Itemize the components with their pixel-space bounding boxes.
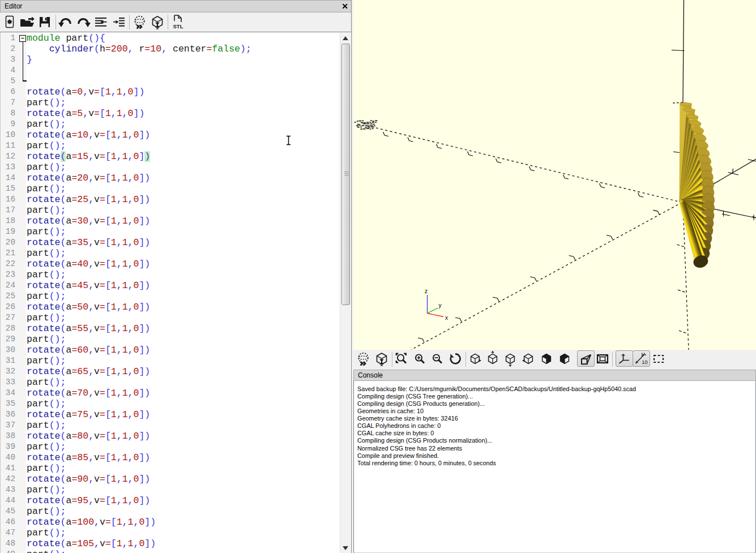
svg-text:10: 10 [642,359,648,365]
svg-text:x: x [445,315,448,321]
svg-text:STL: STL [173,23,183,29]
svg-text:z: z [425,288,428,294]
svg-text:y: y [439,302,442,308]
